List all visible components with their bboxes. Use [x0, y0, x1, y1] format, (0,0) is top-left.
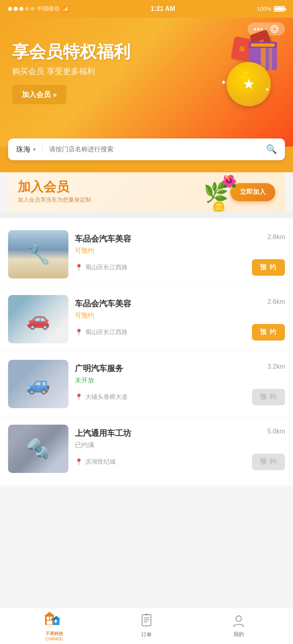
- medal-circle: ★: [227, 62, 271, 106]
- shop-name-4: 上汽通用车工坊: [75, 428, 131, 439]
- sparkle-3: +: [245, 70, 247, 74]
- address-text-3: 大铺头香樟大道: [85, 393, 128, 401]
- member-banner-left: 加入会员 加入会员享洗车为您量身定制: [18, 180, 91, 204]
- location-text: 珠海: [16, 144, 31, 154]
- garage-image-3: 🚙: [8, 360, 68, 408]
- nav-item-order[interactable]: 订单: [100, 614, 192, 638]
- chevron-down-icon: ▾: [33, 146, 36, 153]
- shop-footer-4: 📍 滨湖世纪城 预 约: [75, 454, 285, 470]
- book-button-2[interactable]: 预 约: [252, 324, 285, 341]
- hero-banner: | 享会员特权福利 购买会员 享受更多福利 加入会员 » 福 福 ★: [0, 18, 293, 147]
- shop-header-4: 上汽通用车工坊 5.0km: [75, 428, 285, 439]
- shop-footer-2: 📍 蜀山区长江西路 预 约: [75, 324, 285, 341]
- shop-item: 🔧 车品会汽车美容 2.6km 可预约 📍 蜀山区长江西路 预 约: [0, 222, 293, 287]
- flower-icon: 🌺: [222, 174, 237, 188]
- member-subtitle: 加入会员享洗车为您量身定制: [18, 196, 91, 204]
- shop-item: 🚗 车品会汽车美容 2.6km 可预约 📍 蜀山区长江西路 预 约: [0, 287, 293, 352]
- status-right: 100%: [257, 6, 285, 12]
- shop-footer-3: 📍 大铺头香樟大道 预 约: [75, 389, 285, 405]
- dots-icon: [254, 28, 262, 30]
- shop-info-4: 上汽通用车工坊 5.0km 已约满 📍 滨湖世纪城 预 约: [75, 428, 285, 470]
- shop-address-3: 📍 大铺头香樟大道: [75, 393, 128, 401]
- status-left: 中国移动 📶: [8, 5, 69, 12]
- logo-text-main: 千界科技: [45, 631, 63, 637]
- search-input-wrap: 🔍: [43, 144, 277, 155]
- signal-dots: [8, 7, 35, 11]
- garage-image-4: 🔩: [8, 425, 68, 473]
- search-input[interactable]: [49, 146, 266, 153]
- sparkle-1: ✦: [221, 78, 227, 87]
- coin-icon: 🪙: [212, 200, 226, 212]
- shop-name-3: 广明汽车服务: [75, 363, 123, 374]
- carrier-label: 中国移动: [37, 5, 60, 12]
- garage-image-1: 🔧: [8, 230, 68, 279]
- shop-info-1: 车品会汽车美容 2.6km 可预约 📍 蜀山区长江西路 预 约: [75, 233, 285, 276]
- address-text-4: 滨湖世纪城: [85, 458, 116, 466]
- shop-item: 🚙 广明汽车服务 3.2km 未开放 📍 大铺头香樟大道 预 约: [0, 352, 293, 417]
- shop-status-4: 已约满: [75, 441, 285, 450]
- logo-icon: [44, 611, 64, 629]
- member-banner: 加入会员 加入会员享洗车为您量身定制 🌿 🪙 🌺 立即加入: [8, 172, 285, 212]
- address-text-2: 蜀山区长江西路: [85, 328, 128, 336]
- shop-info-2: 车品会汽车美容 2.6km 可预约 📍 蜀山区长江西路 预 约: [75, 298, 285, 341]
- shop-header-1: 车品会汽车美容 2.6km: [75, 233, 285, 244]
- shop-image-3: 🚙: [8, 360, 68, 408]
- shop-list: 🔧 车品会汽车美容 2.6km 可预约 📍 蜀山区长江西路 预 约 🚗 车品会汽: [0, 218, 293, 485]
- svg-marker-4: [44, 612, 55, 616]
- member-join-button[interactable]: 立即加入: [230, 183, 275, 201]
- shop-address-4: 📍 滨湖世纪城: [75, 458, 116, 466]
- search-icon: 🔍: [266, 144, 277, 155]
- shop-item: 🔩 上汽通用车工坊 5.0km 已约满 📍 滨湖世纪城 预 约: [0, 417, 293, 481]
- sparkle-2: ✦: [265, 86, 270, 93]
- bottom-nav: 千界科技 CHANGE 订单 我的: [0, 608, 293, 644]
- pin-icon-2: 📍: [75, 328, 83, 336]
- status-time: 1:21 AM: [151, 5, 175, 12]
- battery-icon: [274, 6, 285, 12]
- status-bar: 中国移动 📶 1:21 AM 100%: [0, 0, 293, 18]
- shop-name-2: 车品会汽车美容: [75, 298, 131, 309]
- shop-status-2: 可预约: [75, 312, 285, 320]
- svg-point-14: [236, 616, 241, 621]
- nav-item-home[interactable]: 千界科技 CHANGE: [8, 611, 100, 641]
- svg-rect-3: [47, 621, 52, 625]
- shop-address-2: 📍 蜀山区长江西路: [75, 328, 128, 336]
- hero-join-button[interactable]: 加入会员 »: [12, 85, 66, 104]
- svg-rect-6: [55, 620, 57, 623]
- wifi-icon: 📶: [62, 6, 69, 12]
- profile-icon: [233, 615, 245, 629]
- medal-decoration: ★ ✦ ✦ +: [217, 42, 281, 106]
- shop-distance-1: 2.6km: [267, 233, 285, 241]
- book-button-4[interactable]: 预 约: [252, 454, 285, 470]
- search-bar: 珠海 ▾ 🔍: [8, 138, 285, 160]
- shop-distance-3: 3.2km: [267, 363, 285, 370]
- shop-footer-1: 📍 蜀山区长江西路 预 约: [75, 259, 285, 276]
- book-button-3[interactable]: 预 约: [252, 389, 285, 405]
- logo-text-sub: CHANGE: [45, 637, 63, 641]
- member-title: 加入会员: [18, 180, 91, 193]
- medal-star: ★: [242, 76, 255, 93]
- pin-icon-4: 📍: [75, 458, 83, 466]
- pin-icon-1: 📍: [75, 264, 83, 271]
- pin-icon-3: 📍: [75, 393, 83, 401]
- location-selector[interactable]: 珠海 ▾: [16, 144, 43, 154]
- member-decoration: 🌿 🪙 🌺: [204, 172, 229, 212]
- address-text-1: 蜀山区长江西路: [85, 264, 128, 271]
- shop-image-2: 🚗: [8, 295, 68, 343]
- shop-distance-4: 5.0km: [267, 428, 285, 435]
- divider-1: [0, 212, 293, 218]
- svg-rect-1: [47, 617, 49, 620]
- shop-info-3: 广明汽车服务 3.2km 未开放 📍 大铺头香樟大道 预 约: [75, 363, 285, 405]
- order-label: 订单: [141, 631, 152, 638]
- shop-name-1: 车品会汽车美容: [75, 233, 131, 244]
- svg-rect-13: [145, 614, 148, 615]
- shop-header-3: 广明汽车服务 3.2km: [75, 363, 285, 374]
- book-button-1[interactable]: 预 约: [252, 259, 285, 276]
- shop-status-1: 可预约: [75, 247, 285, 255]
- shop-image-4: 🔩: [8, 425, 68, 473]
- battery-percent: 100%: [257, 6, 271, 12]
- shop-status-3: 未开放: [75, 376, 285, 385]
- shop-distance-2: 2.6km: [267, 298, 285, 305]
- nav-item-profile[interactable]: 我的: [193, 615, 285, 638]
- shop-header-2: 车品会汽车美容 2.6km: [75, 298, 285, 309]
- shop-address-1: 📍 蜀山区长江西路: [75, 264, 128, 271]
